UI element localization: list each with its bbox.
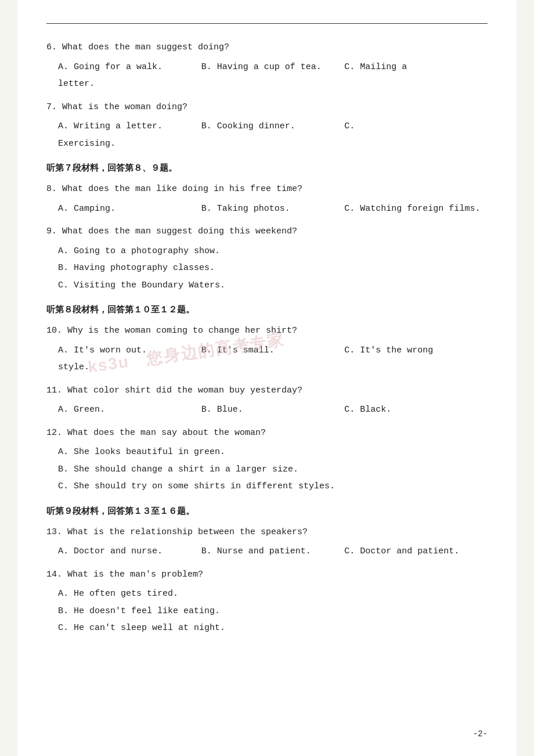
q7-option-b: B. Cooking dinner. [201,119,345,134]
q11-option-a: A. Green. [58,402,201,417]
q11-option-c: C. Black. [344,402,488,417]
question-12: 12. What does the man say about the woma… [46,426,488,494]
q7-title: 7. What is the woman doing? [46,100,488,115]
q10-wrap: style. [58,360,488,375]
section-header-8: 听第８段材料，回答第１０至１２题。 [46,302,488,318]
q6-option-a: A. Going for a walk. [58,60,201,75]
q12-option-c: C. She should try on some shirts in diff… [58,479,488,494]
q8-options-row: A. Camping. B. Taking photos. C. Watchin… [58,201,488,217]
page-number: -2- [473,729,488,739]
q8-option-c: C. Watching foreign films. [344,201,488,217]
q13-title: 13. What is the relationship between the… [46,525,488,540]
q7-options-row: A. Writing a letter. B. Cooking dinner. … [58,119,488,134]
question-14: 14. What is the man's problem? A. He oft… [46,567,488,636]
q6-title: 6. What does the man suggest doing? [46,40,488,55]
question-13: 13. What is the relationship between the… [46,525,488,559]
question-7: 7. What is the woman doing? A. Writing a… [46,100,488,152]
q11-title: 11. What color shirt did the woman buy y… [46,383,488,398]
q10-title: 10. Why is the woman coming to change he… [46,323,488,339]
question-9: 9. What does the man suggest doing this … [46,224,488,293]
q10-option-b: B. It's small. [201,343,345,358]
section-header-9: 听第９段材料，回答第１３至１６题。 [46,503,488,519]
q9-option-a: A. Going to a photography show. [58,244,488,259]
q9-option-b: B. Having photography classes. [58,261,488,276]
q7-option-c: C. [344,119,488,134]
section-header-7: 听第７段材料，回答第８、９题。 [46,160,488,176]
q10-option-c: C. It's the wrong [344,343,488,358]
question-6: 6. What does the man suggest doing? A. G… [46,40,488,92]
q11-options-row: A. Green. B. Blue. C. Black. [58,402,488,417]
q6-options-row: A. Going for a walk. B. Having a cup of … [58,60,488,75]
top-divider [46,23,488,24]
q10-options-row: A. It's worn out. B. It's small. C. It's… [58,343,488,358]
page: 6. What does the man suggest doing? A. G… [17,0,517,756]
q8-title: 8. What does the man like doing in his f… [46,182,488,197]
question-8: 8. What does the man like doing in his f… [46,182,488,216]
q12-title: 12. What does the man say about the woma… [46,426,488,441]
q13-option-b: B. Nurse and patient. [201,544,345,559]
question-11: 11. What color shirt did the woman buy y… [46,383,488,417]
question-10: 10. Why is the woman coming to change he… [46,323,488,375]
q14-title: 14. What is the man's problem? [46,567,488,582]
q8-option-b: B. Taking photos. [201,201,345,217]
q12-option-a: A. She looks beautiful in green. [58,445,488,460]
q13-options-row: A. Doctor and nurse. B. Nurse and patien… [58,544,488,559]
q10-option-a: A. It's worn out. [58,343,201,358]
q7-option-a: A. Writing a letter. [58,119,201,134]
q13-option-a: A. Doctor and nurse. [58,544,201,559]
q9-option-c: C. Visiting the Boundary Waters. [58,278,488,293]
q11-option-b: B. Blue. [201,402,345,417]
q7-wrap: Exercising. [58,136,488,152]
q12-option-b: B. She should change a shirt in a larger… [58,462,488,477]
q14-option-a: A. He often gets tired. [58,586,488,602]
q6-option-b: B. Having a cup of tea. [201,60,345,75]
q6-option-c: C. Mailing a [344,60,488,75]
q14-option-b: B. He doesn't feel like eating. [58,604,488,619]
q6-wrap: letter. [58,77,488,92]
q14-option-c: C. He can't sleep well at night. [58,621,488,636]
q13-option-c: C. Doctor and patient. [344,544,488,559]
q8-option-a: A. Camping. [58,201,201,217]
q9-title: 9. What does the man suggest doing this … [46,224,488,239]
